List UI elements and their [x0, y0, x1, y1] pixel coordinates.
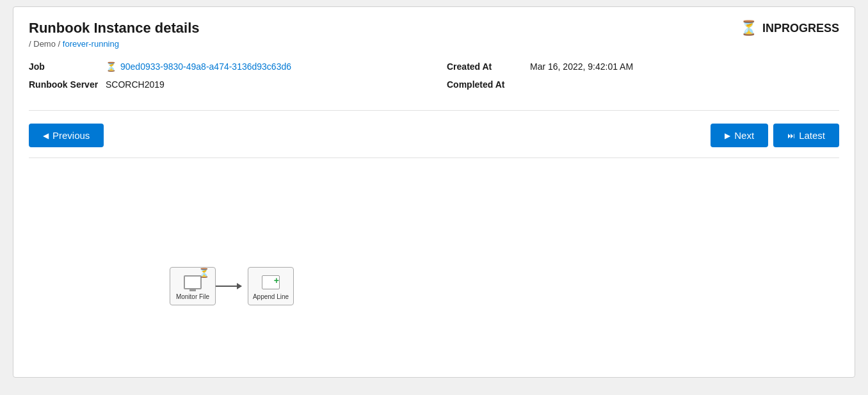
monitor-file-label: Monitor File: [176, 293, 209, 300]
completed-at-label: Completed At: [447, 79, 530, 90]
previous-label: Previous: [52, 130, 90, 141]
job-row: Job ⏳ 90ed0933-9830-49a8-a474-3136d93c63…: [29, 61, 421, 72]
latest-label: Latest: [799, 130, 825, 141]
previous-button[interactable]: ◀ Previous: [29, 124, 104, 147]
right-details: Created At Mar 16, 2022, 9:42:01 AM Comp…: [421, 61, 839, 97]
latest-button[interactable]: ⏭ Latest: [773, 124, 839, 147]
previous-icon: ◀: [43, 131, 49, 140]
workflow-container: ⏳ Monitor File + Append Line: [170, 267, 294, 305]
nav-right: ▶ Next ⏭ Latest: [711, 124, 839, 147]
runbook-server-value: SCORCH2019: [106, 79, 165, 90]
append-line-icon: +: [262, 275, 280, 289]
job-label: Job: [29, 61, 106, 72]
breadcrumb-separator: /: [29, 39, 31, 49]
navigation-bar: ◀ Previous ▶ Next ⏭ Latest: [29, 111, 839, 158]
arrow-line: [216, 286, 241, 287]
created-at-label: Created At: [447, 61, 530, 72]
breadcrumb: / Demo / forever-running: [29, 39, 839, 49]
left-details: Job ⏳ 90ed0933-9830-49a8-a474-3136d93c63…: [29, 61, 421, 97]
job-value: ⏳ 90ed0933-9830-49a8-a474-3136d93c63d6: [106, 61, 291, 72]
job-id-link[interactable]: 90ed0933-9830-49a8-a474-3136d93c63d6: [120, 61, 291, 72]
status-badge: ⏳ INPROGRESS: [740, 20, 839, 36]
next-label: Next: [734, 130, 754, 141]
hourglass-icon: ⏳: [740, 20, 757, 36]
breadcrumb-forever-running[interactable]: forever-running: [63, 39, 119, 49]
arrow-connector: [216, 286, 248, 287]
next-button[interactable]: ▶ Next: [711, 124, 768, 147]
completed-at-row: Completed At: [447, 79, 839, 90]
monitor-file-icon-area: ⏳: [181, 273, 204, 292]
breadcrumb-demo: Demo: [33, 39, 56, 49]
node-hourglass-icon: ⏳: [198, 268, 209, 278]
job-hourglass-icon: ⏳: [106, 61, 117, 72]
runbook-instance-card: ⏳ INPROGRESS Runbook Instance details / …: [13, 6, 855, 378]
append-line-icon-area: +: [259, 273, 282, 292]
page-title: Runbook Instance details: [29, 20, 839, 36]
next-icon: ▶: [725, 131, 730, 140]
nav-left: ◀ Previous: [29, 124, 104, 147]
append-line-label: Append Line: [253, 293, 289, 300]
runbook-server-row: Runbook Server SCORCH2019: [29, 79, 421, 90]
status-label: INPROGRESS: [762, 22, 839, 35]
workflow-node-append-line[interactable]: + Append Line: [248, 267, 294, 305]
append-plus-icon: +: [274, 276, 279, 285]
breadcrumb-separator2: /: [58, 39, 63, 49]
created-at-row: Created At Mar 16, 2022, 9:42:01 AM: [447, 61, 839, 72]
latest-icon: ⏭: [787, 131, 795, 140]
created-at-value: Mar 16, 2022, 9:42:01 AM: [530, 61, 633, 72]
runbook-server-label: Runbook Server: [29, 79, 106, 90]
details-section: Job ⏳ 90ed0933-9830-49a8-a474-3136d93c63…: [29, 61, 839, 111]
workflow-diagram: ⏳ Monitor File + Append Line: [29, 165, 839, 357]
workflow-node-monitor-file[interactable]: ⏳ Monitor File: [170, 267, 216, 305]
